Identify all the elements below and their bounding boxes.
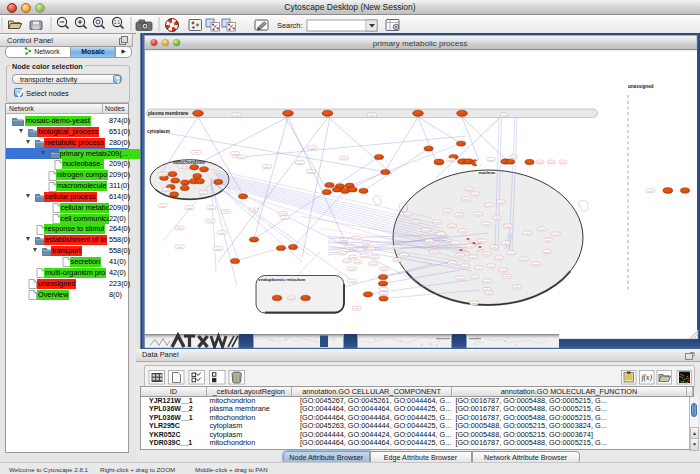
svg-text:(Yxx): (Yxx) xyxy=(511,156,517,158)
svg-text:(Yxx): (Yxx) xyxy=(370,263,376,265)
svg-text:(Yxx): (Yxx) xyxy=(160,173,166,175)
svg-text:(Yxx): (Yxx) xyxy=(486,204,492,206)
svg-text:(Yxx): (Yxx) xyxy=(514,286,520,288)
svg-text:(Yxx): (Yxx) xyxy=(463,198,469,200)
svg-text:(Yxx): (Yxx) xyxy=(164,189,170,191)
svg-text:(Yxx): (Yxx) xyxy=(484,253,490,255)
svg-text:(Yxx): (Yxx) xyxy=(466,188,472,190)
svg-text:1:1: 1:1 xyxy=(114,20,121,25)
svg-text:(Yxx): (Yxx) xyxy=(462,265,468,267)
svg-text:(Yxx): (Yxx) xyxy=(544,251,550,253)
svg-text:(Yxx): (Yxx) xyxy=(223,210,229,212)
svg-text:(Yxx): (Yxx) xyxy=(472,276,478,278)
svg-text:(Yxx): (Yxx) xyxy=(449,262,455,264)
svg-text:Search:: Search: xyxy=(277,21,302,30)
svg-text:(Yxx): (Yxx) xyxy=(501,114,507,116)
svg-text:(Yxx): (Yxx) xyxy=(353,237,359,239)
svg-text:(Yxx): (Yxx) xyxy=(282,217,288,219)
svg-text:(Yxx): (Yxx) xyxy=(394,259,400,261)
svg-text:(Yxx): (Yxx) xyxy=(475,213,481,215)
svg-text:(Yxx): (Yxx) xyxy=(187,207,193,209)
svg-text:(Yxx): (Yxx) xyxy=(508,252,514,254)
svg-text:primary metabolic process: primary metabolic process xyxy=(373,39,467,48)
svg-text:(Yxx): (Yxx) xyxy=(537,161,543,163)
svg-text:(Yxx): (Yxx) xyxy=(494,217,500,219)
svg-text:(Yxx): (Yxx) xyxy=(177,246,183,248)
svg-text:(Yxx): (Yxx) xyxy=(648,190,654,192)
svg-text:(Yxx): (Yxx) xyxy=(208,207,214,209)
svg-text:(Yxx): (Yxx) xyxy=(394,246,400,248)
svg-text:unassigned: unassigned xyxy=(628,84,654,89)
svg-text:(Yxx): (Yxx) xyxy=(369,114,375,116)
svg-text:(Yxx): (Yxx) xyxy=(476,267,482,269)
svg-text:mitochondrion: mitochondrion xyxy=(173,160,205,165)
svg-text:(Yxx): (Yxx) xyxy=(426,240,432,242)
svg-text:(Yxx): (Yxx) xyxy=(346,246,352,248)
svg-text:(Yxx): (Yxx) xyxy=(457,277,463,279)
svg-text:f(x): f(x) xyxy=(641,373,652,382)
svg-text:(Yxx): (Yxx) xyxy=(483,223,489,225)
svg-text:(Yxx): (Yxx) xyxy=(177,227,183,229)
svg-text:(Yxx): (Yxx) xyxy=(524,232,530,234)
svg-text:cytoplasm: cytoplasm xyxy=(147,129,170,134)
svg-text:(Yxx): (Yxx) xyxy=(381,268,387,270)
svg-text:(Yxx): (Yxx) xyxy=(401,254,407,256)
svg-text:(Yxx): (Yxx) xyxy=(289,297,295,299)
svg-text:(Yxx): (Yxx) xyxy=(457,254,463,256)
svg-text:(Yxx): (Yxx) xyxy=(438,233,444,235)
svg-text:(Yxx): (Yxx) xyxy=(553,233,559,235)
svg-text:(Yxx): (Yxx) xyxy=(484,280,490,282)
svg-text:(Yxx): (Yxx) xyxy=(486,292,492,294)
svg-text:(Yxx): (Yxx) xyxy=(160,205,166,207)
svg-text:(Yxx): (Yxx) xyxy=(545,239,551,241)
svg-text:(Yxx): (Yxx) xyxy=(560,161,566,163)
svg-text:(Yxx): (Yxx) xyxy=(372,256,378,258)
svg-text:(Yxx): (Yxx) xyxy=(470,256,476,258)
svg-text:(Yxx): (Yxx) xyxy=(533,263,539,265)
svg-text:(Yxx): (Yxx) xyxy=(232,153,238,155)
svg-text:(Yxx): (Yxx) xyxy=(488,159,494,161)
svg-text:(Yxx): (Yxx) xyxy=(363,242,369,244)
svg-text:(Yxx): (Yxx) xyxy=(339,252,345,254)
svg-text:(Yxx): (Yxx) xyxy=(521,258,527,260)
svg-text:(Yxx): (Yxx) xyxy=(239,156,245,158)
svg-text:(Yxx): (Yxx) xyxy=(488,265,494,267)
svg-text:plasma membrane: plasma membrane xyxy=(148,111,189,116)
svg-text:(Yxx): (Yxx) xyxy=(448,159,454,161)
svg-text:(Yxx): (Yxx) xyxy=(344,260,350,262)
svg-text:(Yxx): (Yxx) xyxy=(201,192,207,194)
svg-text:(Yxx): (Yxx) xyxy=(434,221,440,223)
svg-text:(Yxx): (Yxx) xyxy=(349,280,355,282)
svg-text:(Yxx): (Yxx) xyxy=(471,302,477,304)
svg-text:(Yxx): (Yxx) xyxy=(505,225,511,227)
svg-text:(Yxx): (Yxx) xyxy=(341,239,347,241)
svg-text:(Yxx): (Yxx) xyxy=(460,230,466,232)
svg-text:(Yxx): (Yxx) xyxy=(479,240,485,242)
svg-text:(Yxx): (Yxx) xyxy=(431,251,437,253)
svg-text:(Yxx): (Yxx) xyxy=(297,162,303,164)
svg-text:(Yxx): (Yxx) xyxy=(215,248,221,250)
svg-text:(Yxx): (Yxx) xyxy=(504,275,510,277)
svg-text:(Yxx): (Yxx) xyxy=(452,242,458,244)
svg-text:endoplasmic reticulum: endoplasmic reticulum xyxy=(259,277,306,282)
svg-text:(Yxx): (Yxx) xyxy=(413,221,419,223)
svg-text:(Yxx): (Yxx) xyxy=(484,288,490,290)
svg-text:(Yxx): (Yxx) xyxy=(500,269,506,271)
svg-text:(Yxx): (Yxx) xyxy=(549,161,555,163)
svg-text:(Yxx): (Yxx) xyxy=(467,245,473,247)
svg-text:(Yxx): (Yxx) xyxy=(354,307,360,309)
svg-text:(Yxx): (Yxx) xyxy=(472,193,478,195)
svg-text:nucleus: nucleus xyxy=(479,170,496,175)
svg-text:(Yxx): (Yxx) xyxy=(180,165,186,167)
svg-text:(Yxx): (Yxx) xyxy=(498,201,504,203)
svg-text:(Yxx): (Yxx) xyxy=(234,114,240,116)
svg-text:(Yxx): (Yxx) xyxy=(308,171,314,173)
svg-text:(Yxx): (Yxx) xyxy=(423,229,429,231)
svg-text:(Yxx): (Yxx) xyxy=(264,166,270,168)
svg-text:(Yxx): (Yxx) xyxy=(496,257,502,259)
svg-text:(Yxx): (Yxx) xyxy=(251,209,257,211)
svg-text:(Yxx): (Yxx) xyxy=(357,249,363,251)
svg-text:(Yxx): (Yxx) xyxy=(381,293,387,295)
svg-text:(Yxx): (Yxx) xyxy=(341,157,347,159)
svg-text:(Yxx): (Yxx) xyxy=(309,147,315,149)
